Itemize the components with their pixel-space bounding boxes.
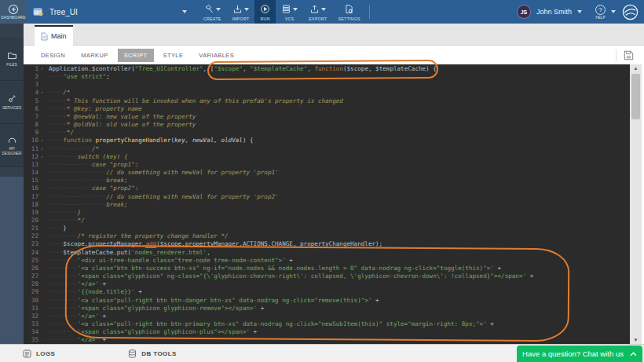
code-line[interactable]: 16············case "prop2": [24,185,630,192]
code-line[interactable]: 22········/* register the property chang… [24,232,630,240]
gutter-spacer [38,328,46,336]
menu-run[interactable]: RUN [254,0,276,24]
code-line[interactable]: 20········*/ [24,217,630,225]
sidebar-item-label: API DESIGNER [0,147,24,156]
fold-marker-icon[interactable]: - [38,89,46,97]
code-line[interactable]: 9·····*/ [24,129,630,137]
sidebar-item-services[interactable]: SERVICES [0,81,24,124]
code-line[interactable]: 13············case "prop1": [24,161,630,169]
fold-marker-icon[interactable]: - [38,137,46,144]
code-line[interactable]: 1-Application.$controller("Tree_UIContro… [24,65,630,73]
subtab-design[interactable]: DESIGN [35,49,71,62]
editor-scrollbar[interactable]: ▲ ▼ [630,64,642,344]
chat-button[interactable]: Have a question? Chat with us [517,346,642,362]
save-file-icon[interactable] [623,49,639,61]
scrollbar-thumb[interactable] [631,74,640,119]
gutter-spacer [38,336,46,344]
code-text: ·····* @newVal: new value of the propert… [49,113,196,121]
bottom-logs[interactable]: LOGS [22,349,55,359]
services-icon [7,93,17,104]
code-line[interactable]: 6·····* @key: property name [24,105,630,113]
user-name: John Smith [536,8,572,16]
code-text: ·····*/ [49,129,74,137]
user-menu-chevron-icon[interactable] [577,10,582,13]
code-editor[interactable]: 1-Application.$controller("Tree_UIContro… [24,64,630,344]
subtab-variables[interactable]: VARIABLES [192,49,240,62]
code-line[interactable]: 10-····function propertyChangeHandler(ke… [24,137,630,144]
subtab-script[interactable]: SCRIPT [118,49,154,62]
subtab-markup[interactable]: MARKUP [75,49,115,62]
menu-vcs[interactable]: VCS [276,0,303,24]
menu-export[interactable]: EXPORT [303,0,332,24]
line-number: 17 [24,193,38,201]
menu-create[interactable]: CREATE [198,0,226,24]
code-line[interactable]: 18················break; [24,201,630,209]
code-text: Application.$controller("Tree_UIControll… [49,65,437,73]
line-number: 5 [24,97,38,105]
gutter-spacer [38,193,46,201]
code-line[interactable]: 5·····* This function will be invoked wh… [24,97,630,105]
chevron-up-icon [630,352,637,357]
menu-import[interactable]: IMPORT [226,0,254,24]
code-text: ········'<div ui-tree-handle class="tree… [49,257,293,265]
code-line[interactable]: 11-············/* [24,145,630,153]
toolbar-right [616,49,644,61]
line-number: 33 [24,320,38,328]
bottom-db-tools[interactable]: DB TOOLS [127,349,176,359]
code-line[interactable]: 4-····/* [24,89,630,97]
chevron-down-icon [321,8,326,11]
menu-label: EXPORT [309,16,327,21]
line-number: 23 [24,240,38,248]
code-line[interactable]: 29········'{{node.title}}' + [24,288,630,296]
tab-main[interactable]: Main [35,25,73,46]
code-text: ·····* This function will be invoked whe… [49,97,343,105]
chat-label: Have a question? Chat with us [522,349,624,358]
code-line[interactable]: 8·····* @oldVal: old value of the proper… [24,121,630,129]
code-line[interactable]: 17················// do something with n… [24,193,630,201]
code-line[interactable]: 28········'</a>' + [24,280,630,288]
code-line[interactable]: 15················break; [24,177,630,185]
line-number: 3 [24,81,38,89]
code-line[interactable]: 26········'<a class="btn btn-success btn… [24,265,630,272]
sidebar-item-files[interactable]: FILES [0,38,24,81]
tray-down-icon [232,4,243,14]
fold-marker-icon[interactable]: - [38,65,46,73]
subtab-style[interactable]: STYLE [157,49,190,62]
dashboard-button[interactable]: DASHBOARD [0,0,27,24]
code-line[interactable]: 21····} [24,225,630,232]
fold-marker-icon[interactable]: - [38,145,46,153]
code-line[interactable]: 24····$templateCache.put('nodes_renderer… [24,249,630,257]
gutter-spacer [38,225,46,232]
sidebar-item-api-designer[interactable]: API DESIGNER [0,124,24,167]
bottom-item-label: LOGS [36,350,55,357]
code-line[interactable]: 27········'<span class="glyphicon" ng-cl… [24,272,630,280]
line-number: 22 [24,232,38,240]
code-line[interactable]: 23····$scope.propertyManager.add($scope.… [24,240,630,248]
fold-marker-icon[interactable]: - [38,153,46,161]
code-line[interactable]: 3 [24,81,630,89]
code-line[interactable]: 25········'<div ui-tree-handle class="tr… [24,257,630,265]
help-chevron-icon[interactable] [611,10,616,13]
line-number: 20 [24,217,38,225]
code-line[interactable]: 30········'<a class="pull-right btn btn-… [24,297,630,305]
database-icon [127,349,137,359]
code-line[interactable]: 31········'<span class="glyphicon glyphi… [24,305,630,313]
code-line[interactable]: 33········'<a class="pull-right btn btn-… [24,320,630,328]
gutter-spacer [38,320,46,328]
sidebar-items: FILESSERVICESAPI DESIGNER [0,38,24,167]
project-switcher[interactable]: Tree_UI [33,0,198,24]
code-line[interactable]: 34········'<span class="glyphicon glyphi… [24,328,630,336]
tab-strip: Main [24,24,644,46]
code-line[interactable]: 12-········switch (key) { [24,153,630,161]
code-line[interactable]: 2····"use strict"; [24,73,630,81]
code-line[interactable]: 19········} [24,209,630,217]
avatar[interactable]: JS [517,5,531,19]
menu-settings[interactable]: SETTINGS [332,0,365,24]
code-line[interactable]: 35········'</a>' + [24,336,630,344]
scroll-down-icon[interactable]: ▼ [630,336,642,344]
help-button[interactable]: ? HELP [595,5,606,20]
code-line[interactable]: 14················// do something with n… [24,169,630,177]
code-line[interactable]: 7·····* @newVal: new value of the proper… [24,113,630,121]
scroll-up-icon[interactable]: ▲ [630,64,642,72]
code-line[interactable]: 32········'</a>' + [24,313,630,320]
